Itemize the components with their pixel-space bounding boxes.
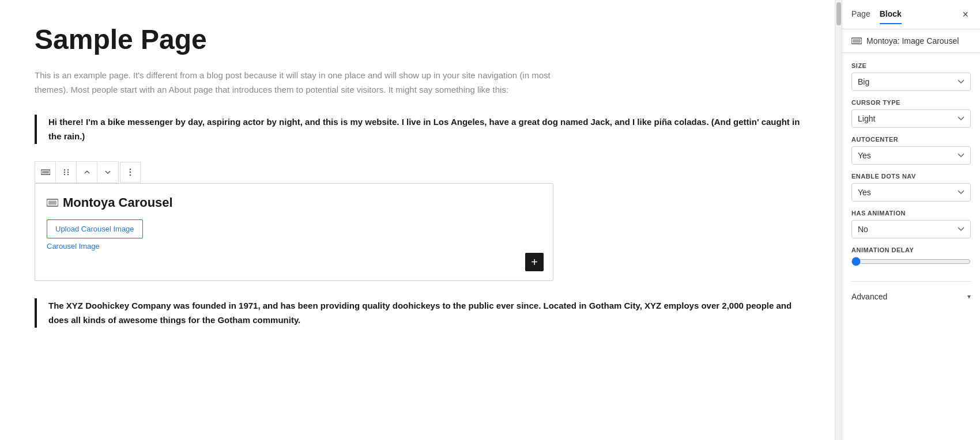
carousel-block: Montoya Carousel Upload Carousel Image C… bbox=[35, 183, 553, 281]
upload-carousel-image-button[interactable]: Upload Carousel Image bbox=[47, 219, 143, 238]
advanced-label: Advanced bbox=[851, 292, 887, 301]
page-title: Sample Page bbox=[35, 23, 800, 56]
svg-rect-12 bbox=[48, 200, 56, 204]
sidebar-fields: SIZE Big Medium Small CURSOR TYPE Light … bbox=[842, 53, 980, 276]
block-toolbar bbox=[35, 161, 141, 183]
svg-point-5 bbox=[67, 171, 68, 172]
toolbar-drag-btn[interactable] bbox=[56, 162, 77, 183]
dots-nav-label: ENABLE DOTS NAV bbox=[851, 173, 971, 180]
autocenter-label: AUTOCENTER bbox=[851, 136, 971, 143]
sidebar: Page Block × Montoya: Image Carousel SIZ… bbox=[842, 0, 980, 440]
svg-point-3 bbox=[67, 169, 68, 170]
blockquote-1-text: Hi there! I'm a bike messenger by day, a… bbox=[48, 115, 800, 144]
scroll-thumb[interactable] bbox=[836, 2, 841, 25]
animation-delay-label: ANIMATION DELAY bbox=[851, 246, 971, 253]
block-info-name: Montoya: Image Carousel bbox=[866, 36, 959, 45]
autocenter-select[interactable]: Yes No bbox=[851, 146, 971, 165]
add-carousel-item-button[interactable]: + bbox=[525, 253, 544, 271]
toolbar-move-up-btn[interactable] bbox=[77, 162, 97, 183]
size-label: SIZE bbox=[851, 62, 971, 69]
svg-point-4 bbox=[63, 171, 65, 172]
block-info-icon bbox=[851, 37, 862, 44]
carousel-block-title-text: Montoya Carousel bbox=[63, 195, 173, 210]
chevron-down-icon bbox=[104, 169, 111, 176]
cursor-type-select[interactable]: Light Dark None bbox=[851, 109, 971, 128]
carousel-block-icon bbox=[47, 199, 58, 207]
chevron-up-icon bbox=[84, 169, 91, 176]
page-description: This is an example page. It's different … bbox=[35, 68, 553, 97]
toolbar-move-down-btn[interactable] bbox=[97, 162, 118, 183]
close-button[interactable]: × bbox=[960, 6, 971, 23]
carousel-image-label: Carousel Image bbox=[47, 242, 541, 251]
cursor-type-label: CURSOR TYPE bbox=[851, 99, 971, 106]
dots-nav-select[interactable]: Yes No bbox=[851, 183, 971, 202]
toolbar-block-icon-btn[interactable] bbox=[35, 162, 56, 183]
svg-point-7 bbox=[67, 173, 68, 175]
more-options-icon bbox=[126, 168, 134, 176]
svg-point-9 bbox=[130, 171, 131, 173]
sidebar-tabs: Page Block bbox=[851, 5, 902, 24]
svg-point-6 bbox=[63, 173, 65, 175]
size-select[interactable]: Big Medium Small bbox=[851, 73, 971, 91]
advanced-header[interactable]: Advanced ▾ bbox=[851, 290, 971, 304]
carousel-icon bbox=[41, 169, 50, 175]
toolbar-more-btn[interactable] bbox=[120, 162, 141, 183]
main-content: Sample Page This is an example page. It'… bbox=[0, 0, 835, 440]
toolbar-group bbox=[35, 161, 119, 183]
sidebar-header: Page Block × bbox=[842, 0, 980, 29]
animation-select[interactable]: No Yes bbox=[851, 220, 971, 238]
advanced-section: Advanced ▾ bbox=[851, 281, 971, 304]
animation-delay-slider-container bbox=[851, 257, 971, 268]
advanced-chevron-icon: ▾ bbox=[967, 293, 971, 301]
svg-point-8 bbox=[130, 168, 131, 170]
blockquote-1: Hi there! I'm a bike messenger by day, a… bbox=[35, 115, 800, 144]
tab-page[interactable]: Page bbox=[851, 5, 870, 24]
carousel-block-title: Montoya Carousel bbox=[47, 195, 541, 210]
svg-point-10 bbox=[130, 174, 131, 176]
animation-delay-slider[interactable] bbox=[851, 257, 971, 266]
scroll-track[interactable] bbox=[835, 0, 842, 440]
svg-rect-1 bbox=[42, 171, 49, 173]
block-info: Montoya: Image Carousel bbox=[842, 29, 980, 53]
svg-point-2 bbox=[63, 169, 65, 170]
blockquote-2-text: The XYZ Doohickey Company was founded in… bbox=[48, 298, 800, 328]
animation-label: HAS ANIMATION bbox=[851, 210, 971, 217]
blockquote-2: The XYZ Doohickey Company was founded in… bbox=[35, 298, 800, 328]
svg-rect-14 bbox=[853, 39, 861, 43]
tab-block[interactable]: Block bbox=[880, 5, 902, 24]
drag-icon bbox=[62, 168, 70, 176]
